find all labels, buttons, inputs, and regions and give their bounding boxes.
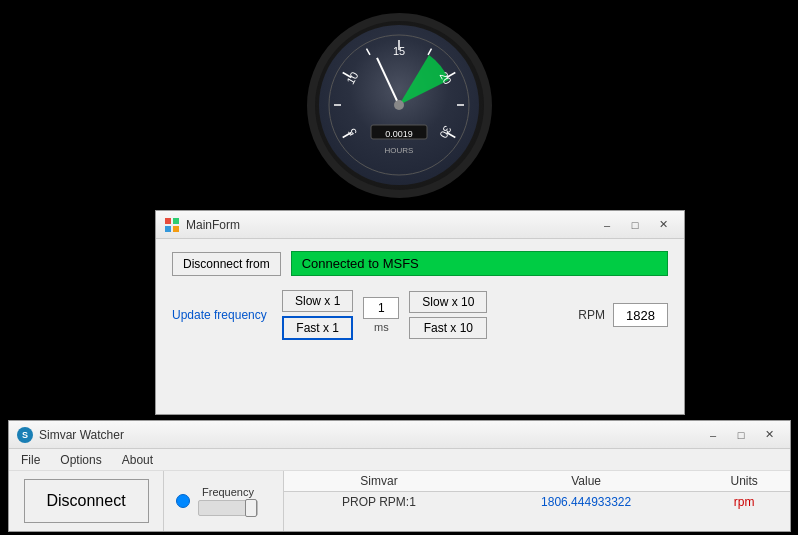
simvar-icon: S <box>17 427 33 443</box>
table-header-row: Simvar Value Units <box>284 471 790 492</box>
fast-x1-button[interactable]: Fast x 1 <box>282 316 353 340</box>
svg-rect-20 <box>165 218 171 224</box>
frequency-dot <box>176 494 190 508</box>
svg-rect-23 <box>173 226 179 232</box>
mainform-content: Disconnect from Connected to MSFS Update… <box>156 239 684 352</box>
svg-text:HOURS: HOURS <box>385 146 414 155</box>
simvar-body: Disconnect Frequency Simvar Value Units <box>9 471 790 531</box>
mainform-window: MainForm – □ ✕ Disconnect from Connected… <box>155 210 685 415</box>
svg-point-16 <box>394 100 404 110</box>
mainform-minimize-button[interactable]: – <box>594 215 620 235</box>
right-speed-buttons: Slow x 10 Fast x 10 <box>409 291 487 339</box>
disconnect-panel: Disconnect <box>9 471 164 531</box>
ms-value-input[interactable] <box>363 297 399 319</box>
svg-text:5: 5 <box>346 126 359 137</box>
disconnect-button[interactable]: Disconnect <box>24 479 149 523</box>
svg-line-4 <box>367 49 371 55</box>
mainform-title: MainForm <box>186 218 594 232</box>
connect-row: Disconnect from Connected to MSFS <box>172 251 668 276</box>
left-speed-buttons: Slow x 1 Fast x 1 <box>282 290 353 340</box>
simvar-window-controls: – □ ✕ <box>700 425 782 445</box>
slow-x10-button[interactable]: Slow x 10 <box>409 291 487 313</box>
black-right-panel <box>690 210 798 420</box>
rpm-value-box: 1828 <box>613 303 668 327</box>
menu-file[interactable]: File <box>13 451 48 469</box>
mainform-window-controls: – □ ✕ <box>594 215 676 235</box>
frequency-label: Frequency <box>202 486 254 498</box>
table-row: PROP RPM:11806.444933322rpm <box>284 492 790 513</box>
gauge-area: 5 10 15 20 30 0.0019 HOURS <box>0 0 798 210</box>
svg-line-6 <box>428 49 432 55</box>
update-frequency-label: Update frequency <box>172 308 272 322</box>
cell-simvar: PROP RPM:1 <box>284 492 474 513</box>
svg-line-15 <box>377 58 399 105</box>
frequency-slider-thumb <box>245 499 257 517</box>
simvar-minimize-button[interactable]: – <box>700 425 726 445</box>
simvar-titlebar: S Simvar Watcher – □ ✕ <box>9 421 790 449</box>
simvar-maximize-button[interactable]: □ <box>728 425 754 445</box>
gauge-circle: 5 10 15 20 30 0.0019 HOURS <box>307 13 492 198</box>
connection-status-display: Connected to MSFS <box>291 251 668 276</box>
frequency-slider[interactable] <box>198 500 258 516</box>
ms-label: ms <box>374 321 389 333</box>
rpm-display: RPM 1828 <box>578 303 668 327</box>
cell-units: rpm <box>698 492 790 513</box>
mainform-close-button[interactable]: ✕ <box>650 215 676 235</box>
data-table-area: Simvar Value Units PROP RPM:11806.444933… <box>284 471 790 531</box>
disconnect-from-button[interactable]: Disconnect from <box>172 252 281 276</box>
ms-input-area: ms <box>363 297 399 333</box>
svg-text:10: 10 <box>344 70 361 87</box>
simvar-menubar: File Options About <box>9 449 790 471</box>
slow-x1-button[interactable]: Slow x 1 <box>282 290 353 312</box>
gauge-inner: 5 10 15 20 30 0.0019 HOURS <box>319 25 479 185</box>
simvar-watcher-window: S Simvar Watcher – □ ✕ File Options Abou… <box>8 420 791 532</box>
svg-rect-22 <box>165 226 171 232</box>
frequency-panel: Frequency <box>164 471 284 531</box>
menu-about[interactable]: About <box>114 451 161 469</box>
col-value: Value <box>474 471 698 492</box>
col-units: Units <box>698 471 790 492</box>
mainform-titlebar: MainForm – □ ✕ <box>156 211 684 239</box>
svg-rect-21 <box>173 218 179 224</box>
svg-text:15: 15 <box>393 45 405 57</box>
table-header: Simvar Value Units <box>284 471 790 492</box>
svg-text:30: 30 <box>438 124 455 141</box>
mainform-maximize-button[interactable]: □ <box>622 215 648 235</box>
menu-options[interactable]: Options <box>52 451 109 469</box>
gauge-svg: 5 10 15 20 30 0.0019 HOURS <box>319 25 479 185</box>
frequency-row: Update frequency Slow x 1 Fast x 1 ms Sl… <box>172 290 668 340</box>
simvar-title: Simvar Watcher <box>39 428 700 442</box>
mainform-icon <box>164 217 180 233</box>
table-body: PROP RPM:11806.444933322rpm <box>284 492 790 513</box>
frequency-slider-area: Frequency <box>198 486 258 516</box>
col-simvar: Simvar <box>284 471 474 492</box>
simvar-close-button[interactable]: ✕ <box>756 425 782 445</box>
simvar-table: Simvar Value Units PROP RPM:11806.444933… <box>284 471 790 512</box>
svg-text:0.0019: 0.0019 <box>385 129 413 139</box>
black-left-panel <box>0 210 155 420</box>
fast-x10-button[interactable]: Fast x 10 <box>409 317 487 339</box>
cell-value: 1806.444933322 <box>474 492 698 513</box>
rpm-label: RPM <box>578 308 605 322</box>
